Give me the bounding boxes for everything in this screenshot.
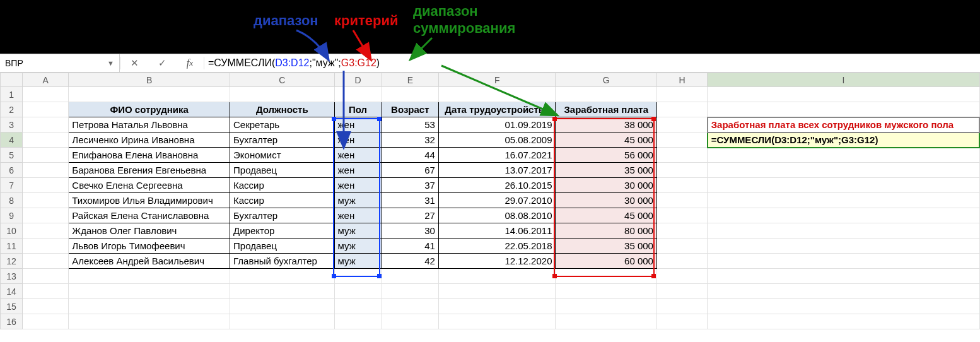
- cell-position[interactable]: Продавец: [230, 239, 334, 254]
- cell[interactable]: [708, 239, 979, 254]
- cell-gender[interactable]: муж: [334, 239, 382, 254]
- cell-fio[interactable]: Жданов Олег Павлович: [69, 223, 230, 239]
- cell[interactable]: [438, 87, 556, 102]
- col-header-g[interactable]: G: [556, 73, 656, 87]
- cell-salary[interactable]: 45 000: [556, 133, 656, 148]
- cell-position[interactable]: Директор: [230, 223, 334, 239]
- cell[interactable]: [23, 254, 69, 269]
- cell-date[interactable]: 05.08.2009: [438, 133, 556, 148]
- cell[interactable]: [23, 178, 69, 193]
- cell-salary[interactable]: 60 000: [556, 254, 656, 269]
- cell[interactable]: [23, 102, 69, 117]
- cell-fio[interactable]: Тихомиров Илья Владимирович: [69, 193, 230, 208]
- cell[interactable]: [556, 269, 656, 284]
- cell-age[interactable]: 41: [382, 239, 438, 254]
- cell[interactable]: [656, 223, 707, 239]
- cell[interactable]: [382, 299, 438, 314]
- cell-age[interactable]: 31: [382, 193, 438, 208]
- row-header[interactable]: 15: [1, 299, 23, 314]
- col-header-h[interactable]: H: [656, 73, 707, 87]
- cell[interactable]: [708, 254, 979, 269]
- cell[interactable]: [656, 117, 707, 133]
- cell[interactable]: [334, 87, 382, 102]
- col-header-a[interactable]: A: [23, 73, 69, 87]
- cell[interactable]: [334, 269, 382, 284]
- cell[interactable]: [230, 269, 334, 284]
- cell[interactable]: [438, 284, 556, 299]
- cell[interactable]: [656, 102, 707, 117]
- header-gender[interactable]: Пол: [334, 102, 382, 117]
- cell-date[interactable]: 29.07.2010: [438, 193, 556, 208]
- cell-position[interactable]: Секретарь: [230, 117, 334, 133]
- cell[interactable]: [69, 314, 230, 329]
- cell-age[interactable]: 42: [382, 254, 438, 269]
- cell-date[interactable]: 16.07.2021: [438, 148, 556, 163]
- cell-fio[interactable]: Петрова Наталья Львовна: [69, 117, 230, 133]
- cell[interactable]: [382, 284, 438, 299]
- cell[interactable]: [708, 223, 979, 239]
- row-header[interactable]: 11: [1, 239, 23, 254]
- col-header-f[interactable]: F: [438, 73, 556, 87]
- formula-input[interactable]: =СУММЕСЛИ( D3:D12 ; "муж" ; G3:G12 ): [204, 54, 980, 72]
- row-header[interactable]: 3: [1, 117, 23, 133]
- row-header[interactable]: 7: [1, 178, 23, 193]
- cell-gender[interactable]: муж: [334, 193, 382, 208]
- cell-fio[interactable]: Львов Игорь Тимофеевич: [69, 239, 230, 254]
- cell[interactable]: [656, 178, 707, 193]
- cell-date[interactable]: 22.05.2018: [438, 239, 556, 254]
- spreadsheet-grid[interactable]: A B C D E F G H I 1 2 ФИО сотрудника Дол…: [0, 73, 980, 342]
- cell-gender[interactable]: муж: [334, 223, 382, 239]
- cell-fio[interactable]: Райская Елена Станиславовна: [69, 208, 230, 223]
- row-header[interactable]: 2: [1, 102, 23, 117]
- cell-salary[interactable]: 38 000: [556, 117, 656, 133]
- cell[interactable]: [382, 87, 438, 102]
- col-header-d[interactable]: D: [334, 73, 382, 87]
- cell-date[interactable]: 12.12.2020: [438, 254, 556, 269]
- cell-salary[interactable]: 56 000: [556, 148, 656, 163]
- cell-gender[interactable]: жен: [334, 163, 382, 178]
- cell[interactable]: [708, 193, 979, 208]
- cell-age[interactable]: 37: [382, 178, 438, 193]
- cell[interactable]: [656, 148, 707, 163]
- header-salary[interactable]: Заработная плата: [556, 102, 656, 117]
- cell[interactable]: [23, 208, 69, 223]
- cell-fio[interactable]: Алексеев Андрей Васильевич: [69, 254, 230, 269]
- cell[interactable]: [23, 133, 69, 148]
- cell-date[interactable]: 08.08.2010: [438, 208, 556, 223]
- cell-age[interactable]: 44: [382, 148, 438, 163]
- cell[interactable]: [69, 299, 230, 314]
- row-header[interactable]: 1: [1, 87, 23, 102]
- cell[interactable]: [334, 299, 382, 314]
- cell-position[interactable]: Кассир: [230, 178, 334, 193]
- cell[interactable]: [23, 223, 69, 239]
- cell-gender[interactable]: муж: [334, 254, 382, 269]
- row-header[interactable]: 10: [1, 223, 23, 239]
- cell[interactable]: [438, 299, 556, 314]
- row-header[interactable]: 8: [1, 193, 23, 208]
- cell[interactable]: [656, 314, 707, 329]
- cell[interactable]: [23, 284, 69, 299]
- cell[interactable]: [708, 299, 979, 314]
- cancel-button[interactable]: ✕: [120, 57, 148, 69]
- cell-fio[interactable]: Свечко Елена Сергеевна: [69, 178, 230, 193]
- cell-gender[interactable]: жен: [334, 117, 382, 133]
- cell-age[interactable]: 27: [382, 208, 438, 223]
- corner-header[interactable]: [1, 73, 23, 87]
- cell-fio[interactable]: Баранова Евгения Евгеньевна: [69, 163, 230, 178]
- cell[interactable]: [334, 284, 382, 299]
- cell-salary[interactable]: 45 000: [556, 208, 656, 223]
- cell[interactable]: [656, 208, 707, 223]
- cell[interactable]: [230, 299, 334, 314]
- header-fio[interactable]: ФИО сотрудника: [69, 102, 230, 117]
- cell[interactable]: [656, 87, 707, 102]
- cell[interactable]: [69, 87, 230, 102]
- row-header[interactable]: 12: [1, 254, 23, 269]
- header-age[interactable]: Возраст: [382, 102, 438, 117]
- col-header-c[interactable]: C: [230, 73, 334, 87]
- cell[interactable]: [69, 269, 230, 284]
- cell[interactable]: [656, 254, 707, 269]
- cell[interactable]: [556, 314, 656, 329]
- row-header[interactable]: 5: [1, 148, 23, 163]
- row-header[interactable]: 9: [1, 208, 23, 223]
- confirm-button[interactable]: ✓: [148, 57, 176, 69]
